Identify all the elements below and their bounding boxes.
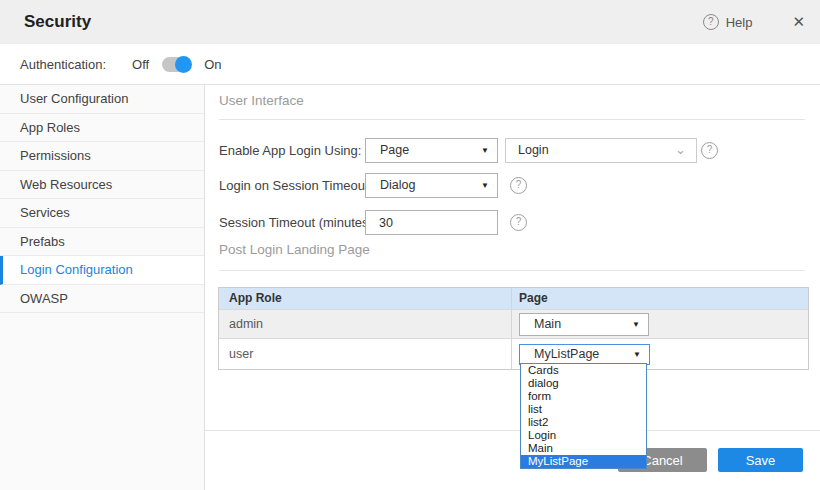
help-icon[interactable]: ? [510,214,527,231]
column-header-app-role: App Role [219,288,511,309]
section-title-user-interface: User Interface [219,93,304,108]
login-session-timeout-value: Dialog [380,174,415,197]
help-icon[interactable]: ? [701,142,718,159]
settings-sidebar: User Configuration App Roles Permissions… [0,85,205,490]
app-login-type-value: Page [380,139,409,162]
session-timeout-minutes-input[interactable] [365,210,498,235]
header-actions: ? Help ✕ [703,0,805,44]
dropdown-arrow-icon: ▼ [481,139,489,162]
chevron-down-icon: ⌄ [675,139,686,160]
table-row: admin Main ▼ [219,309,808,338]
login-session-timeout-label: Login on Session Timeout: [219,178,372,193]
login-session-timeout-select[interactable]: Dialog ▼ [365,173,498,198]
toggle-off-label: Off [132,57,149,72]
admin-page-select[interactable]: Main ▼ [519,313,649,336]
sidebar-item-prefabs[interactable]: Prefabs [0,228,204,257]
dropdown-option-list2[interactable]: list2 [521,416,646,429]
section-divider [219,119,805,120]
main-content: User Interface Enable App Login Using: P… [205,85,820,490]
enable-app-login-label: Enable App Login Using: [219,143,361,158]
save-button[interactable]: Save [718,448,803,472]
sidebar-item-services[interactable]: Services [0,199,204,228]
dropdown-arrow-icon: ▼ [632,314,640,335]
sidebar-item-web-resources[interactable]: Web Resources [0,171,204,200]
sidebar-item-app-roles[interactable]: App Roles [0,114,204,143]
section-title-post-login: Post Login Landing Page [219,242,370,257]
dropdown-option-cards[interactable]: Cards [521,364,646,377]
page-cell: Main ▼ [511,310,808,338]
window-header: Security ? Help ✕ [0,0,820,44]
app-login-page-select[interactable]: Login ⌄ [505,138,697,163]
authentication-bar: Authentication: Off On [0,44,820,85]
sidebar-item-login-configuration[interactable]: Login Configuration [0,256,204,285]
authentication-label: Authentication: [20,57,106,72]
column-header-page: Page [511,288,808,309]
admin-page-value: Main [534,314,561,335]
dropdown-option-mylistpage[interactable]: MyListPage [521,455,646,468]
close-icon[interactable]: ✕ [792,13,805,31]
table-row: user MyListPage ▼ [219,338,808,369]
help-link[interactable]: Help [726,15,753,30]
sidebar-item-permissions[interactable]: Permissions [0,142,204,171]
sidebar-item-owasp[interactable]: OWASP [0,285,204,314]
app-login-type-select[interactable]: Page ▼ [365,138,498,163]
dropdown-option-main[interactable]: Main [521,442,646,455]
dropdown-option-login[interactable]: Login [521,429,646,442]
footer-divider [205,430,820,431]
toggle-on-label: On [204,57,221,72]
security-settings-window: Security ? Help ✕ Authentication: Off On… [0,0,820,490]
authentication-toggle[interactable] [162,57,191,72]
toggle-knob [175,56,192,73]
dropdown-option-dialog[interactable]: dialog [521,377,646,390]
dropdown-arrow-icon: ▼ [481,174,489,197]
dropdown-arrow-icon: ▼ [633,345,641,364]
page-title: Security [24,0,91,44]
table-header-row: App Role Page [219,288,808,309]
user-page-value: MyListPage [534,345,599,364]
dropdown-option-form[interactable]: form [521,390,646,403]
post-login-table: App Role Page admin Main ▼ user MyListPa… [218,287,809,370]
page-select-dropdown: Cards dialog form list list2 Login Main … [520,363,647,469]
app-role-cell: admin [219,310,511,338]
app-role-cell: user [219,339,511,369]
help-icon[interactable]: ? [703,14,719,30]
help-icon[interactable]: ? [510,177,527,194]
sidebar-item-user-configuration[interactable]: User Configuration [0,85,204,114]
app-login-page-value: Login [518,139,549,162]
section-divider [219,270,805,271]
session-timeout-minutes-label: Session Timeout (minutes): [219,215,377,230]
user-page-select[interactable]: MyListPage ▼ [519,344,650,365]
dropdown-option-list[interactable]: list [521,403,646,416]
